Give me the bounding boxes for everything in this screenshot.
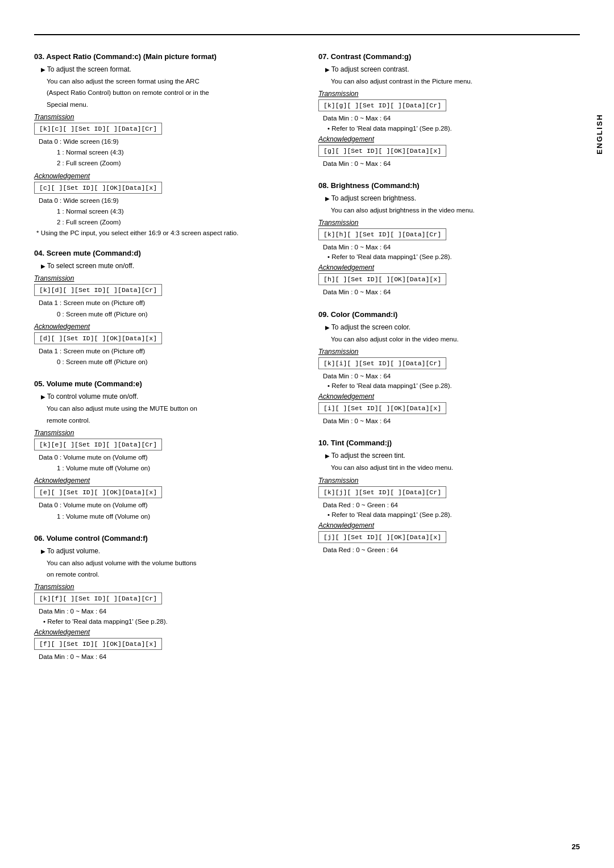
section-09-tx-label: Transmission [318,348,580,356]
section-08-ack-label: Acknowledgement [318,264,580,272]
section-06-note-star: • Refer to 'Real data mapping1' (See p.2… [43,618,296,625]
section-08-ack-data0: Data Min : 0 ~ Max : 64 [323,287,580,297]
section-04-tx-label: Transmission [34,274,296,282]
section-10-bullet: To adjust the screen tint. [325,450,580,461]
section-08-bullet: To adjust screen brightness. [325,193,580,203]
section-09-note-star: • Refer to 'Real data mapping1' (See p.2… [327,382,580,389]
section-03-ack-label: Acknowledgement [34,172,296,180]
section-09-bullet: To adjust the screen color. [325,322,580,332]
section-04-ack-code: [d][ ][Set ID][ ][OK][Data][x] [34,332,162,344]
top-border [34,34,580,35]
section-04-ack-label: Acknowledgement [34,323,296,331]
section-04-title: 04. Screen mute (Command:d) [34,249,296,257]
section-08-data0: Data Min : 0 ~ Max : 64 [323,243,580,252]
section-10-title: 10. Tint (Command:j) [318,439,580,447]
section-03-ack-data1: 1 : Normal screen (4:3) [57,207,296,216]
section-10: 10. Tint (Command:j) To adjust the scree… [318,439,580,555]
section-05-ack-data0: Data 0 : Volume mute on (Volume off) [39,500,296,510]
section-03-tx-code: [k][c][ ][Set ID][ ][Data][Cr] [34,123,162,135]
section-10-tx-label: Transmission [318,477,580,485]
section-07-tx-label: Transmission [318,90,580,98]
section-06-ack-data0: Data Min : 0 ~ Max : 64 [39,652,296,662]
section-05-title: 05. Volume mute (Command:e) [34,379,296,388]
section-03-data1: 1 : Normal screen (4:3) [57,148,296,157]
section-06-tx-code: [k][f][ ][Set ID][ ][Data][Cr] [34,592,162,604]
section-06-bullet: To adjust volume. [41,546,296,556]
section-05-sub1: You can also adjust mute using the MUTE … [47,404,296,414]
section-10-sub1: You can also adjust tint in the video me… [331,463,580,473]
section-06-title: 06. Volume control (Command:f) [34,534,296,542]
section-10-data0: Data Red : 0 ~ Green : 64 [323,500,580,510]
section-03-ack-code: [c][ ][Set ID][ ][OK][Data][x] [34,182,162,194]
section-03-tx-label: Transmission [34,113,296,121]
section-05-ack-label: Acknowledgement [34,477,296,485]
section-08-note-star: • Refer to 'Real data mapping1' (See p.2… [327,253,580,260]
section-03-ack-data0: Data 0 : Wide screen (16:9) [39,196,296,206]
content-area: 03. Aspect Ratio (Command:c) (Main pictu… [34,52,580,674]
section-06-sub2: on remote control. [47,570,296,579]
left-column: 03. Aspect Ratio (Command:c) (Main pictu… [34,52,296,674]
page: ENGLISH 03. Aspect Ratio (Command:c) (Ma… [0,0,614,868]
right-column: 07. Contrast (Command:g) To adjust scree… [318,52,580,674]
section-09-title: 09. Color (Command:i) [318,310,580,319]
section-05-tx-code: [k][e][ ][Set ID][ ][Data][Cr] [34,439,162,450]
section-03-sub1: You can also adjust the screen format us… [47,77,296,86]
section-03: 03. Aspect Ratio (Command:c) (Main pictu… [34,52,296,236]
section-03-ack-data2: 2 : Full screen (Zoom) [57,218,296,227]
section-03-sub3: Special menu. [47,100,296,110]
section-07-ack-data0: Data Min : 0 ~ Max : 64 [323,159,580,169]
section-06: 06. Volume control (Command:f) To adjust… [34,534,296,662]
section-03-sub2: (Aspect Ratio Control) button on remote … [47,88,296,98]
section-09-tx-code: [k][i][ ][Set ID][ ][Data][Cr] [318,357,446,369]
section-08-tx-code: [k][h][ ][Set ID][ ][Data][Cr] [318,228,446,240]
section-07-tx-code: [k][g][ ][Set ID][ ][Data][Cr] [318,99,446,111]
section-05-sub2: remote control. [47,416,296,425]
section-05-tx-label: Transmission [34,429,296,437]
section-07-note-star: • Refer to 'Real data mapping1' (See p.2… [327,125,580,132]
section-10-ack-data0: Data Red : 0 ~ Green : 64 [323,545,580,555]
page-number: 25 [572,842,580,851]
section-10-note-star: • Refer to 'Real data mapping1' (See p.2… [327,511,580,518]
section-04-bullet: To select screen mute on/off. [41,261,296,271]
section-08-tx-label: Transmission [318,219,580,227]
section-07: 07. Contrast (Command:g) To adjust scree… [318,52,580,169]
section-03-bullet: To adjust the screen format. [41,64,296,74]
section-07-bullet: To adjust screen contrast. [325,64,580,74]
section-06-data0: Data Min : 0 ~ Max : 64 [39,607,296,616]
section-05-ack-data1: 1 : Volume mute off (Volume on) [57,512,296,521]
section-09-ack-code: [i][ ][Set ID][ ][OK][Data][x] [318,402,446,414]
section-04-ack-data0: Data 1 : Screen mute on (Picture off) [39,347,296,356]
section-09-ack-label: Acknowledgement [318,393,580,400]
section-08-sub1: You can also adjust brightness in the vi… [331,206,580,215]
section-07-sub1: You can also adjust contrast in the Pict… [331,77,580,86]
section-09: 09. Color (Command:i) To adjust the scre… [318,310,580,427]
section-03-data2: 2 : Full screen (Zoom) [57,158,296,168]
section-06-sub1: You can also adjust volume with the volu… [47,558,296,568]
section-07-title: 07. Contrast (Command:g) [318,52,580,61]
section-06-ack-label: Acknowledgement [34,628,296,636]
section-03-data0: Data 0 : Wide screen (16:9) [39,137,296,147]
section-04: 04. Screen mute (Command:d) To select sc… [34,249,296,367]
section-09-data0: Data Min : 0 ~ Max : 64 [323,372,580,381]
section-05-data0: Data 0 : Volume mute on (Volume off) [39,453,296,462]
side-label: ENGLISH [595,114,604,155]
section-04-data0: Data 1 : Screen mute on (Picture off) [39,298,296,308]
section-06-ack-code: [f][ ][Set ID][ ][OK][Data][x] [34,638,162,650]
section-04-tx-code: [k][d][ ][Set ID][ ][Data][Cr] [34,284,162,296]
section-08: 08. Brightness (Command:h) To adjust scr… [318,181,580,298]
section-04-data1: 0 : Screen mute off (Picture on) [57,310,296,319]
section-10-ack-code: [j][ ][Set ID][ ][OK][Data][x] [318,531,446,543]
section-04-ack-data1: 0 : Screen mute off (Picture on) [57,357,296,367]
section-07-data0: Data Min : 0 ~ Max : 64 [323,114,580,123]
section-06-tx-label: Transmission [34,583,296,591]
section-08-title: 08. Brightness (Command:h) [318,181,580,190]
section-03-title: 03. Aspect Ratio (Command:c) (Main pictu… [34,52,296,61]
section-08-ack-code: [h][ ][Set ID][ ][OK][Data][x] [318,273,446,285]
section-05: 05. Volume mute (Command:e) To control v… [34,379,296,521]
section-10-tx-code: [k][j][ ][Set ID][ ][Data][Cr] [318,486,446,498]
section-07-ack-label: Acknowledgement [318,135,580,143]
section-10-ack-label: Acknowledgement [318,521,580,529]
section-05-bullet: To control volume mute on/off. [41,391,296,402]
section-05-data1: 1 : Volume mute off (Volume on) [57,464,296,473]
section-05-ack-code: [e][ ][Set ID][ ][OK][Data][x] [34,486,162,498]
